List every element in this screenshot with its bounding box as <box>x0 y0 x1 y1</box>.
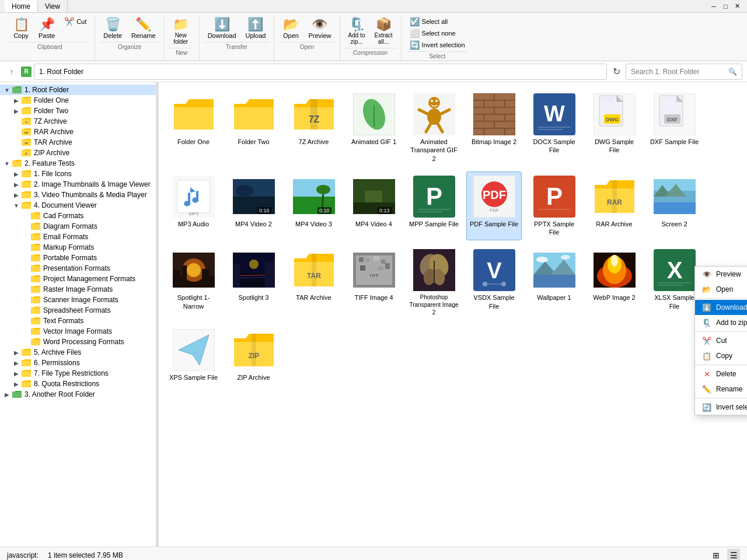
context-menu-open[interactable]: 📂 Open <box>695 282 747 297</box>
context-menu-add-zip[interactable]: 🗜️ Add to zip... <box>695 315 747 330</box>
rename-button[interactable]: ✏️ Rename <box>128 16 159 41</box>
refresh-button[interactable]: ↻ <box>609 65 623 79</box>
context-menu-cut[interactable]: ✂️ Cut <box>695 333 747 348</box>
file-item-screen2[interactable]: Screen 2 <box>647 172 702 241</box>
nav-up-button[interactable]: ↑ <box>5 65 19 79</box>
sidebar-item-word-processing[interactable]: Word Processing Formats <box>0 337 156 347</box>
file-item-mp4-2[interactable]: 0:10 MP4 Video 2 <box>226 172 281 241</box>
sidebar-item-rar[interactable]: RAR RAR Archive <box>0 127 156 137</box>
sidebar-item-permissions[interactable]: ▶ 6. Permissions <box>0 358 156 368</box>
file-item-xlsx[interactable]: X XLSX Sample File <box>647 245 702 320</box>
sidebar-item-archive-files[interactable]: ▶ 5. Archive Files <box>0 347 156 358</box>
delete-button[interactable]: 🗑️ Delete <box>100 16 125 41</box>
file-item-folder-two[interactable]: Folder Two <box>226 89 281 167</box>
sidebar-item-presentation[interactable]: Presentation Formats <box>0 263 156 274</box>
sidebar-item-zip[interactable]: ZIP ZIP Archive <box>0 148 156 158</box>
file-item-wallpaper1[interactable]: Wallpaper 1 <box>526 245 582 320</box>
file-item-bitmap[interactable]: Bitmap Image 2 <box>466 89 522 167</box>
ribbon-group-organize: 🗑️ Delete ✏️ Rename Organize <box>95 15 164 61</box>
context-menu-invert[interactable]: 🔄 Invert selection <box>695 400 747 415</box>
sidebar-item-cad[interactable]: Cad Formats <box>0 211 156 221</box>
context-menu-copy[interactable]: 📋 Copy <box>695 348 747 363</box>
new-folder-button[interactable]: 📁 Newfolder <box>169 16 193 47</box>
cut-button[interactable]: ✂️ Cut <box>61 16 90 27</box>
sidebar-item-folder-two[interactable]: ▶ Folder Two <box>0 106 156 116</box>
sidebar-item-email[interactable]: Email Formats <box>0 232 156 242</box>
preview-button[interactable]: 👁️ Preview <box>305 16 334 41</box>
details-view-button[interactable]: ☰ <box>727 549 740 561</box>
select-none-button[interactable]: ⬜ Select none <box>406 28 469 38</box>
sidebar-item-quota-restrictions[interactable]: ▶ 8. Quota Restrictions <box>0 379 156 389</box>
sidebar-item-portable[interactable]: Portable Formats <box>0 253 156 263</box>
sidebar-item-markup[interactable]: Markup Formats <box>0 242 156 253</box>
file-item-spotlight3[interactable]: Spotlight 3 <box>226 245 281 320</box>
copy-button[interactable]: 📋 Copy <box>9 16 33 41</box>
organize-label: Organize <box>100 42 159 50</box>
breadcrumb[interactable]: 1. Root Folder <box>34 64 607 80</box>
file-item-vsdx[interactable]: V VSDX Sample File <box>466 245 522 320</box>
file-item-dwg[interactable]: DWG DWG Sample File <box>587 89 642 167</box>
breadcrumb-path: 1. Root Folder <box>39 68 83 76</box>
context-menu-preview[interactable]: 👁️ Preview <box>695 267 747 282</box>
maximize-btn[interactable]: □ <box>720 1 731 12</box>
context-menu-rename[interactable]: ✏️ Rename <box>695 382 747 397</box>
extract-button[interactable]: 📦 Extractall... <box>371 16 396 47</box>
tab-home[interactable]: Home <box>5 1 38 12</box>
add-zip-button[interactable]: 🗜️ Add tozip... <box>345 16 369 47</box>
file-item-docx[interactable]: W DOCX Sample File <box>526 89 582 167</box>
file-thumb <box>173 329 215 371</box>
file-item-folder-one[interactable]: Folder One <box>166 89 221 167</box>
select-all-button[interactable]: ☑️ Select all <box>406 16 469 27</box>
file-item-animated-gif1[interactable]: Animated GIF 1 <box>346 89 402 167</box>
file-item-webp2[interactable]: WebP Image 2 <box>587 245 642 320</box>
upload-button[interactable]: ⬆️ Upload <box>242 16 270 41</box>
sidebar-item-type-restrictions[interactable]: ▶ 7. File Type Restrictions <box>0 368 156 379</box>
file-item-vssx[interactable]: Photoshop Transparent Image 2 <box>406 245 462 320</box>
file-item-mp3[interactable]: MP3 MP3 Audio <box>166 172 221 241</box>
sidebar-item-vector[interactable]: Vector Image Formats <box>0 326 156 337</box>
sidebar-item-file-icons[interactable]: ▶ 1. File Icons <box>0 169 156 179</box>
video-duration: 0:13 <box>378 207 392 214</box>
file-item-7z[interactable]: 7Z 7Z Archive <box>286 89 341 167</box>
file-item-mpp[interactable]: P MPP Sample File <box>406 172 462 241</box>
open-button[interactable]: 📂 Open <box>279 16 302 41</box>
invert-selection-button[interactable]: 🔄 Invert selection <box>406 40 469 50</box>
expand-icon: ▼ <box>2 87 12 93</box>
large-icons-view-button[interactable]: ⊞ <box>710 549 722 561</box>
context-menu-download[interactable]: ⬇️ Download <box>695 300 747 315</box>
sidebar-item-tar[interactable]: TAR TAR Archive <box>0 137 156 148</box>
search-input[interactable] <box>631 68 726 76</box>
sidebar-item-root1[interactable]: ▼ 1. Root Folder <box>0 85 156 95</box>
context-menu-delete[interactable]: ✕ Delete <box>695 366 747 382</box>
sidebar-item-7z[interactable]: 7Z 7Z Archive <box>0 116 156 127</box>
file-item-animated-gif2[interactable]: Animated Transparent GIF 2 <box>406 89 462 167</box>
sidebar-item-spreadsheet[interactable]: Spreadsheet Formats <box>0 305 156 316</box>
file-item-xps[interactable]: XPS Sample File <box>166 325 221 386</box>
file-item-mp4-3[interactable]: 0:10 MP4 Video 3 <box>286 172 341 241</box>
minimize-btn[interactable]: ─ <box>708 1 719 12</box>
file-item-tar[interactable]: TAR TAR Archive <box>286 245 341 320</box>
sidebar-item-folder-one[interactable]: ▶ Folder One <box>0 95 156 106</box>
sidebar-item-raster[interactable]: Raster Image Formats <box>0 284 156 295</box>
sidebar-item-diagram[interactable]: Diagram Formats <box>0 221 156 232</box>
file-item-spotlight1[interactable]: Spotlight 1-Narrow <box>166 245 221 320</box>
sidebar-item-video-thumbnails[interactable]: ▶ 3. Video Thumbnails & Media Player <box>0 190 156 200</box>
sidebar-item-project-mgmt[interactable]: Project Management Formats <box>0 274 156 284</box>
file-item-tiff[interactable]: TIFF TIFF Image 4 <box>346 245 402 320</box>
file-item-pptx[interactable]: P PPTX Sample File <box>526 172 582 241</box>
tab-view[interactable]: View <box>38 1 68 12</box>
sidebar-item-document-viewer[interactable]: ▼ 4. Document Viewer <box>0 200 156 211</box>
close-btn[interactable]: ✕ <box>732 1 742 12</box>
sidebar-item-image-thumbnails[interactable]: ▶ 2. Image Thumbnails & Image Viewer <box>0 179 156 190</box>
sidebar-item-text[interactable]: Text Formats <box>0 316 156 326</box>
sidebar-item-scanner[interactable]: Scanner Image Formats <box>0 295 156 305</box>
file-item-mp4-4[interactable]: 0:13 MP4 Video 4 <box>346 172 402 241</box>
sidebar-item-root3[interactable]: ▶ 3. Another Root Folder <box>0 389 156 400</box>
file-item-dxf[interactable]: DXF DXF Sample File <box>647 89 702 167</box>
download-button[interactable]: ⬇️ Download <box>204 16 240 41</box>
paste-button[interactable]: 📌 Paste <box>35 16 58 41</box>
file-item-zip[interactable]: ZIP ZIP Archive <box>226 325 281 386</box>
file-item-pdf[interactable]: PDF PDF PDF Sample File <box>466 172 522 241</box>
sidebar-item-feature-tests[interactable]: ▼ 2. Feature Tests <box>0 158 156 169</box>
file-item-rar[interactable]: RAR RAR Archive <box>587 172 642 241</box>
